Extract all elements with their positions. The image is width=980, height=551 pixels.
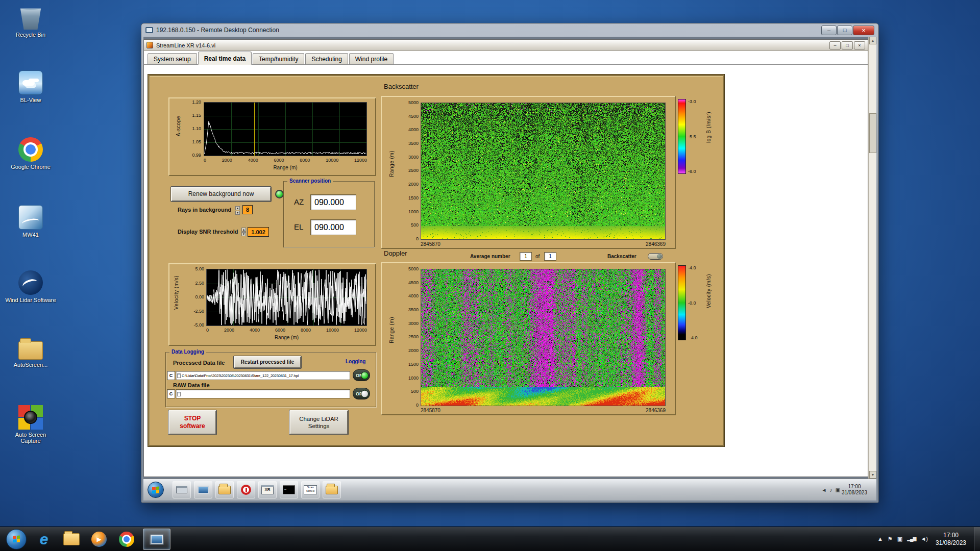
rdp-close-button[interactable]: ×	[853, 26, 874, 35]
ascope-ylabel: A-scope	[176, 116, 181, 136]
ascope-xlabel: Range (m)	[204, 165, 367, 170]
tab-real-time-data[interactable]: Real time data	[198, 52, 252, 65]
rdp-restore-button[interactable]: □	[837, 26, 852, 35]
x-start: 2845870	[421, 408, 440, 413]
az-value[interactable]: 090.000	[310, 194, 356, 210]
tick: 2500	[408, 168, 419, 173]
keyboard-icon[interactable]: ▣	[835, 487, 840, 493]
processed-logging-toggle[interactable]: ON	[353, 369, 370, 381]
remote-taskbar-printer[interactable]	[173, 481, 191, 498]
desktop-icon-autoscreen-folder[interactable]: AutoScreen...	[5, 336, 56, 368]
tab-scheduling[interactable]: Scheduling	[305, 53, 348, 64]
desktop-icon-recycle-bin[interactable]: Recycle Bin	[5, 5, 56, 38]
remote-taskbar-scan-sched[interactable]: Scan sched	[301, 481, 320, 498]
scroll-up-icon[interactable]: ▲	[869, 37, 876, 44]
raw-drive-box[interactable]: C	[167, 389, 175, 398]
remote-taskbar-folder[interactable]	[215, 481, 234, 498]
remote-start-button[interactable]	[148, 482, 164, 498]
remote-taskbar-power[interactable]	[237, 481, 255, 498]
main-panel: A-scope 1.20 1.15 1.10 1.05 0.99	[148, 74, 724, 446]
tray-expand-icon[interactable]: ▲	[877, 536, 883, 542]
ascope-plot[interactable]	[204, 102, 367, 156]
tick: 2000	[408, 182, 419, 187]
raw-file-path[interactable]	[176, 389, 350, 398]
app-minimize-button[interactable]: –	[829, 41, 841, 49]
tick: 1.10	[192, 126, 201, 131]
taskbar-media-player[interactable]: ▶	[88, 529, 110, 550]
desktop-icon-label: AutoScreen...	[5, 362, 56, 368]
chevron-icon[interactable]: ◄	[822, 487, 827, 493]
stop-software-button[interactable]: STOP software	[168, 410, 216, 435]
desktop-icon-mw41[interactable]: MW41	[5, 205, 56, 238]
tick: 4000	[248, 158, 258, 163]
desktop-icon-bl-view[interactable]: BL-View	[5, 70, 56, 103]
show-desktop-button[interactable]	[974, 527, 980, 551]
remote-taskbar-xr-window[interactable]: XR	[258, 481, 277, 498]
app-close-button[interactable]: ×	[854, 41, 865, 49]
tick: 4500	[408, 114, 419, 119]
renew-background-button[interactable]: Renew background now	[171, 187, 271, 202]
desktop-icon-wind-lidar[interactable]: Wind Lidar Software	[5, 270, 56, 303]
scrollbar-thumb[interactable]	[869, 113, 876, 153]
volume-icon[interactable]: ♪	[829, 487, 832, 493]
tick: 0	[204, 158, 206, 163]
backscatter-colorbar-label: log B (/m/sr)	[706, 112, 712, 143]
average-count-value[interactable]: 1	[544, 252, 556, 261]
change-lidar-settings-button[interactable]: Change LiDAR Settings	[289, 410, 348, 435]
el-value[interactable]: 090.000	[310, 219, 356, 235]
taskbar-internet-explorer[interactable]: e	[33, 529, 55, 550]
processed-drive-box[interactable]: C	[167, 371, 175, 380]
display-tray-icon[interactable]: ▣	[897, 536, 902, 542]
backscatter-toggle[interactable]	[648, 253, 663, 260]
snr-value[interactable]: 1.002	[248, 227, 269, 237]
system-tray: ▲ ⚑ ▣ ▂▄▆ ◄) 17:00 31/08/2023	[877, 527, 980, 551]
scroll-down-icon[interactable]: ▼	[869, 471, 876, 479]
tick: 12000	[354, 328, 367, 333]
raw-logging-toggle[interactable]: OFF	[353, 388, 370, 399]
taskbar-file-explorer[interactable]	[60, 529, 83, 550]
rdp-titlebar[interactable]: 192.168.0.150 - Remote Desktop Connectio…	[141, 23, 878, 37]
backscatter-colorbar	[678, 99, 686, 174]
tick: 3500	[408, 307, 419, 312]
desktop-icon-google-chrome[interactable]: Google Chrome	[5, 137, 56, 170]
tab-wind-profile[interactable]: Wind profile	[349, 53, 394, 64]
backscatter-heatmap[interactable]	[421, 103, 666, 240]
remote-taskbar-folder2[interactable]	[323, 481, 341, 498]
az-label: AZ	[294, 197, 304, 206]
wind-lidar-icon	[18, 270, 43, 295]
rays-value[interactable]: 8	[242, 205, 253, 214]
tab-system-setup[interactable]: System setup	[148, 53, 197, 64]
rays-spinner[interactable]: ▲▼	[235, 206, 240, 215]
tab-temp-humidity[interactable]: Temp/humidity	[253, 53, 304, 64]
remote-taskbar-display[interactable]	[194, 481, 212, 498]
processed-file-path[interactable]: C:\Lidar\Data\Proc\2023\202308\20230831\…	[176, 371, 350, 380]
app-titlebar[interactable]: StreamLine XR v14-6.vi – □ ×	[144, 40, 868, 51]
tick: -0.0	[688, 300, 704, 306]
velocity-plot[interactable]	[206, 269, 367, 326]
tick: 5000	[408, 266, 419, 271]
host-clock[interactable]: 17:00 31/08/2023	[936, 532, 966, 547]
restart-processed-file-button[interactable]: Restart processed file	[234, 356, 301, 368]
x-end: 2846369	[646, 241, 666, 247]
vertical-scrollbar[interactable]: ▲ ▼	[868, 37, 876, 479]
recycle-bin-icon	[18, 5, 43, 30]
network-icon[interactable]: ▂▄▆	[907, 537, 916, 541]
tick: 3000	[408, 155, 419, 160]
remote-clock[interactable]: 17:00 31/08/2023	[842, 484, 867, 496]
app-restore-button[interactable]: □	[842, 41, 853, 49]
average-number-value[interactable]: 1	[520, 252, 532, 261]
ascope-xticks: 0 2000 4000 6000 8000 10000 12000	[204, 158, 367, 163]
average-number-label: Average number	[470, 254, 510, 259]
chrome-icon	[18, 137, 43, 162]
rdp-minimize-button[interactable]: –	[821, 26, 837, 35]
taskbar-chrome[interactable]	[115, 529, 138, 550]
taskbar-rdp-active[interactable]	[143, 529, 170, 550]
remote-taskbar-terminal[interactable]: _	[280, 481, 298, 498]
desktop-icon-auto-screen-capture[interactable]: Auto Screen Capture	[5, 405, 56, 444]
doppler-heatmap[interactable]	[421, 269, 666, 406]
action-center-flag-icon[interactable]: ⚑	[888, 536, 893, 542]
volume-icon[interactable]: ◄)	[920, 536, 928, 542]
host-start-button[interactable]	[5, 529, 28, 550]
rays-label: Rays in background	[178, 207, 231, 213]
snr-spinner[interactable]: ▲▼	[241, 228, 246, 236]
